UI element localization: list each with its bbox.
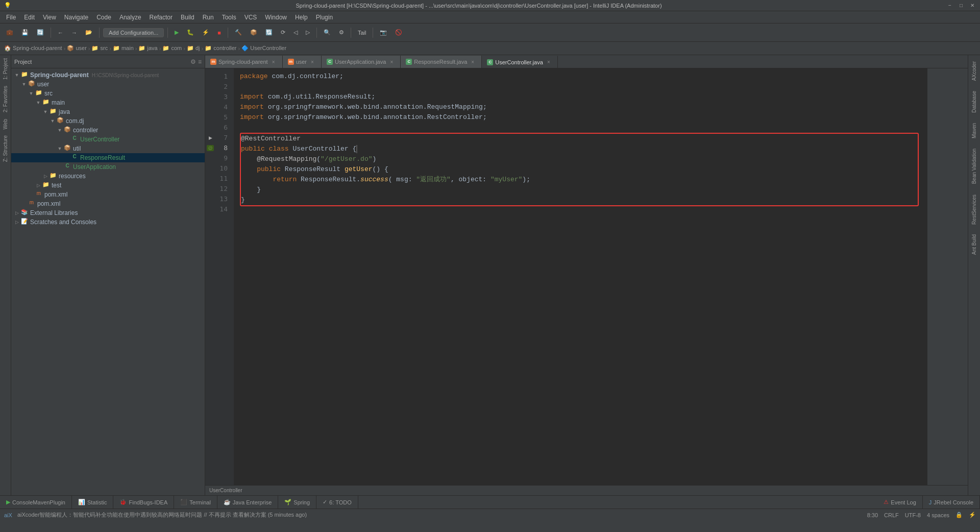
bottom-tab-terminal[interactable]: ⬛ Terminal [174, 496, 217, 509]
tree-item-responseresult[interactable]: C ResponseResult [11, 153, 205, 162]
bottom-tab-java-enterprise[interactable]: ☕ Java Enterprise [217, 496, 278, 509]
tree-item-external-libs[interactable]: ▷ 📚 External Libraries [11, 208, 205, 217]
left-tab-web[interactable]: Web [1, 116, 10, 132]
toolbar-stop[interactable]: ■ [214, 29, 224, 37]
tree-item-spring-cloud-parent[interactable]: ▼ 📁 Spring-cloud-parent H:\CSDN\Spring-c… [11, 70, 205, 80]
tree-item-user[interactable]: ▼ 📦 user [11, 80, 205, 89]
tab-close-responseresult[interactable]: × [469, 58, 476, 65]
menu-edit[interactable]: Edit [20, 13, 39, 22]
close-button[interactable]: ✕ [969, 2, 976, 9]
toolbar-run[interactable]: ▶ [172, 28, 182, 37]
tree-item-scratches[interactable]: ▷ 📝 Scratches and Consoles [11, 217, 205, 227]
toolbar-reload[interactable]: 🔃 [262, 28, 276, 37]
tree-item-test[interactable]: ▷ 📁 test [11, 181, 205, 190]
tree-item-src[interactable]: ▼ 📁 src [11, 89, 205, 98]
menu-code[interactable]: Code [92, 13, 115, 22]
toolbar-debug[interactable]: 🐛 [184, 28, 197, 37]
tab-close-usercontroller[interactable]: × [545, 59, 552, 66]
bottom-tab-spring[interactable]: 🌱 Spring [278, 496, 316, 509]
breadcrumb-src[interactable]: 📁 src [91, 45, 108, 52]
tree-item-pom-root[interactable]: m pom.xml [11, 199, 205, 208]
tab-close-user[interactable]: × [309, 58, 316, 65]
tree-item-usercontroller[interactable]: C UserController [11, 135, 205, 144]
tab-usercontroller[interactable]: C UserController.java × [482, 56, 558, 68]
tree-item-controller[interactable]: ▼ 📦 controller [11, 126, 205, 135]
menu-analyze[interactable]: Analyze [115, 13, 145, 22]
tree-item-util[interactable]: ▼ 📦 util [11, 144, 205, 153]
bottom-tab-findbugs[interactable]: 🐞 FindBugs-IDEA [113, 496, 174, 509]
menu-run[interactable]: Run [199, 13, 218, 22]
tree-item-userapplication[interactable]: C UserApplication [11, 162, 205, 172]
menu-help[interactable]: Help [291, 13, 312, 22]
bottom-tab-statistic[interactable]: 📊 Statistic [72, 496, 114, 509]
breadcrumb-usercontroller[interactable]: 🔷 UserController [241, 45, 286, 52]
left-tab-structure[interactable]: Z: Structure [1, 132, 10, 165]
bottom-tab-todo[interactable]: ✓ 6: TODO [316, 496, 358, 509]
right-tab-rest-services[interactable]: RestServices [969, 190, 979, 229]
menu-window[interactable]: Window [261, 13, 291, 22]
project-header-gear[interactable]: ≡ [198, 58, 202, 65]
toolbar-forward[interactable]: → [68, 29, 80, 37]
menu-vcs[interactable]: VCS [240, 13, 261, 22]
bottom-tab-jrebel[interactable]: J JRebel Console [923, 496, 980, 509]
left-tab-project[interactable]: 1: Project [1, 55, 10, 83]
tree-item-main[interactable]: ▼ 📁 main [11, 98, 205, 107]
add-configuration-button[interactable]: Add Configuration... [103, 28, 164, 37]
menu-tools[interactable]: Tools [218, 13, 240, 22]
toolbar-build-project[interactable]: 🔨 [232, 28, 245, 37]
toolbar-build-module[interactable]: 📦 [247, 28, 260, 37]
menu-build[interactable]: Build [177, 13, 199, 22]
right-tab-aixcoder[interactable]: AXcoder [969, 57, 979, 85]
toolbar-search[interactable]: 🔍 [321, 28, 334, 37]
right-tab-bean-validation[interactable]: Bean Validation [969, 144, 979, 188]
right-tab-ant-build[interactable]: Ant Build [969, 230, 979, 259]
bottom-tab-event-log[interactable]: ⚠ Event Log [877, 496, 923, 509]
tree-item-resources[interactable]: ▷ 📁 resources [11, 172, 205, 181]
menu-view[interactable]: View [39, 13, 60, 22]
toolbar-save[interactable]: 💾 [18, 28, 32, 37]
breadcrumb-java[interactable]: 📁 java [138, 45, 157, 52]
toolbar-profile[interactable]: ⚡ [199, 28, 212, 37]
minimize-button[interactable]: − [946, 2, 953, 9]
menu-refactor[interactable]: Refactor [145, 13, 177, 22]
toolbar-reload2[interactable]: ⟳ [278, 28, 288, 37]
tab-icon-java: C [327, 59, 333, 65]
bottom-tab-console-maven[interactable]: ▶ ConsoleMavenPlugin [0, 496, 72, 509]
toolbar-calc[interactable]: ⚙ [336, 28, 347, 37]
toolbar-recent[interactable]: 📂 [82, 28, 95, 37]
right-tab-maven[interactable]: Maven [969, 119, 979, 142]
menu-file[interactable]: File [2, 13, 20, 22]
tab-user[interactable]: m user × [283, 56, 322, 68]
scrollbar[interactable] [962, 68, 968, 485]
tree-item-com-dj[interactable]: ▼ 📦 com.dj [11, 116, 205, 126]
right-tab-database[interactable]: Database [969, 87, 979, 117]
project-header-settings[interactable]: ⚙ [190, 58, 196, 65]
tab-responseresult[interactable]: C ResponseResult.java × [401, 56, 482, 68]
line-num-4: 4 [215, 102, 232, 112]
breadcrumb-dj[interactable]: 📁 dj [187, 45, 200, 52]
breadcrumb-user[interactable]: 📦 user [67, 45, 86, 52]
breadcrumb-main[interactable]: 📁 main [113, 45, 134, 52]
toolbar-sync[interactable]: 🔄 [34, 28, 47, 37]
left-tab-favorites[interactable]: 2: Favorites [1, 83, 10, 115]
toolbar-back[interactable]: ← [55, 29, 66, 37]
statistic-icon: 📊 [78, 499, 85, 505]
menu-navigate[interactable]: Navigate [60, 13, 92, 22]
tab-close-userapplication[interactable]: × [388, 58, 395, 65]
tree-item-pom-user[interactable]: m pom.xml [11, 190, 205, 199]
toolbar-next[interactable]: ▷ [303, 28, 313, 37]
toolbar-prev[interactable]: ◁ [290, 28, 301, 37]
maximize-button[interactable]: □ [958, 2, 965, 9]
toolbar-tail[interactable]: Tail [355, 29, 370, 37]
toolbar-capture[interactable]: 📷 [377, 28, 390, 37]
breadcrumb-controller[interactable]: 📁 controller [205, 45, 236, 52]
tree-item-java[interactable]: ▼ 📁 java [11, 107, 205, 116]
tab-userapplication[interactable]: C UserApplication.java × [322, 56, 401, 68]
menu-plugin[interactable]: Plugin [312, 13, 337, 22]
breadcrumb-com[interactable]: 📁 com [162, 45, 182, 52]
breadcrumb-spring-cloud-parent[interactable]: 🏠 Spring-cloud-parent [4, 45, 62, 52]
tab-spring-cloud-parent[interactable]: m Spring-cloud-parent × [205, 56, 283, 68]
tab-close-spring-cloud-parent[interactable]: × [270, 58, 277, 65]
code-content[interactable]: package com.dj.controller; import com.dj… [234, 68, 927, 485]
toolbar-block[interactable]: 🚫 [392, 28, 405, 37]
